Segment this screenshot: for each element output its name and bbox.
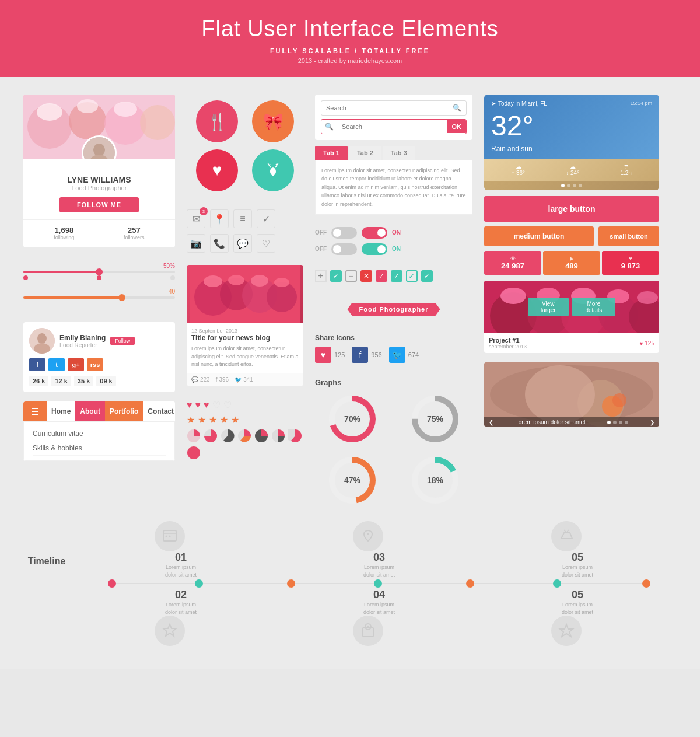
hearts-rating: ♥ ♥ ♥ ♡ ♡ <box>187 400 303 411</box>
weather-stats: ☁↑ 36° ☁↓ 24° ☂1.2h <box>484 159 659 181</box>
medium-button[interactable]: medium button <box>484 226 594 246</box>
checkbox-teal-3[interactable]: ✓ <box>421 270 433 282</box>
graphs-section: Graphs 70% <box>315 375 473 509</box>
share-likes: ♥ 125 <box>315 347 345 363</box>
dropdown-item-skills[interactable]: Skills & hobbies <box>33 441 166 456</box>
timeline-item-5-top: 05 Lorem ipsumdolor sit amet <box>551 521 604 578</box>
follow-button[interactable]: FOLLOW ME <box>60 197 139 212</box>
checkbox-teal[interactable]: ✓ <box>330 270 342 282</box>
tab-1[interactable]: Tab 1 <box>315 146 348 160</box>
checkbox-minus[interactable]: − <box>345 270 357 282</box>
news-image <box>187 265 303 323</box>
video-card: ▶ ❮ Lorem ipsum dolor sit amet ❯ <box>484 362 659 427</box>
timeline-title: Timeline <box>23 556 70 567</box>
mini-profile-card: Emily Blaning Food Reporter Follow f t g… <box>23 322 175 392</box>
heart-icon[interactable]: ♥ <box>196 149 238 191</box>
tl-dot-2 <box>287 579 295 588</box>
search-bar-2[interactable]: 🔍 OK <box>321 119 467 134</box>
profile-cover <box>23 95 175 159</box>
heart-outline-icon[interactable]: ♡ <box>257 234 275 253</box>
share-fb: f 956 <box>352 347 382 363</box>
stars-rating: ★ ★ ★ ★ ★ <box>187 414 303 425</box>
project-likes: ♥ 125 <box>640 340 654 347</box>
video-arrow-left[interactable]: ❮ <box>489 419 494 425</box>
search-section: 🔍 🔍 OK <box>315 95 473 140</box>
weather-high: ☁↑ 36° <box>512 163 525 176</box>
ribbon-section: Food Photographer <box>315 294 473 322</box>
timeline-item-4: 04 Lorem ipsumdolor sit amet <box>353 589 405 646</box>
nav-portfolio-item[interactable]: Portfolio <box>105 401 143 421</box>
timeline-content: 01 Lorem ipsumdolor sit amet 03 Lorem ip… <box>82 521 677 646</box>
toggle-2-on[interactable] <box>362 243 387 255</box>
checkmark-icon[interactable]: ✓ <box>257 209 275 228</box>
page-title: Flat User Interface Elements <box>12 16 688 41</box>
col-1: LYNE WILLIAMS Food Photographer FOLLOW M… <box>23 95 175 509</box>
like-icon[interactable]: ♥ <box>315 347 331 363</box>
camera-icon[interactable]: 📷 <box>187 234 205 253</box>
share-facebook-icon[interactable]: f <box>352 347 368 363</box>
tab-2[interactable]: Tab 2 <box>349 146 382 160</box>
dropdown-item-cv[interactable]: Curriculum vitae <box>33 427 166 441</box>
profile-job-title: Food Photographer <box>23 184 175 191</box>
news-comments: 💬 223 <box>191 376 210 383</box>
search-input-2[interactable] <box>337 120 447 133</box>
view-larger-button[interactable]: View larger <box>528 298 569 316</box>
main-grid: LYNE WILLIAMS Food Photographer FOLLOW M… <box>23 95 677 509</box>
graphs-title: Graphs <box>315 378 473 387</box>
envelope-icon[interactable]: ✉ 3 <box>187 209 205 228</box>
video-arrow-right[interactable]: ❯ <box>650 419 654 425</box>
checkbox-checked[interactable]: ✓ <box>376 270 387 282</box>
donut-75: 75% <box>398 393 473 445</box>
small-button[interactable]: small button <box>598 226 659 246</box>
timeline-icon-4 <box>353 616 383 646</box>
deer-icon[interactable] <box>252 149 294 191</box>
share-twitter-icon[interactable]: 🐦 <box>389 347 405 363</box>
toggle-1-off[interactable] <box>331 227 357 239</box>
tab-bar: Tab 1 Tab 2 Tab 3 <box>315 146 473 160</box>
toggle-1-on[interactable] <box>362 227 387 239</box>
weather-temp: 32° <box>491 110 652 142</box>
search-input-1[interactable] <box>326 104 453 111</box>
search-ok-button[interactable]: OK <box>447 120 467 133</box>
chat-icon[interactable]: 💬 <box>233 234 252 253</box>
nav-about-item[interactable]: About <box>75 401 105 421</box>
twitter-icon[interactable]: t <box>48 358 65 371</box>
phone-icon[interactable]: 📞 <box>210 234 229 253</box>
checkbox-teal-2[interactable]: ✓ <box>391 270 402 282</box>
tabs-section: Tab 1 Tab 2 Tab 3 Lorem ipsum dolor sit … <box>315 146 473 215</box>
google-plus-icon[interactable]: g+ <box>68 358 84 371</box>
svg-point-5 <box>37 103 62 121</box>
checkbox-teal-outline[interactable]: ✓ <box>406 270 418 282</box>
weather-low: ☁↓ 24° <box>566 163 579 176</box>
timeline-top-row: 01 Lorem ipsumdolor sit amet 03 Lorem ip… <box>82 521 677 578</box>
location-icon[interactable]: 📍 <box>210 209 229 228</box>
more-details-button[interactable]: More details <box>572 298 615 316</box>
tab-3[interactable]: Tab 3 <box>383 146 415 160</box>
toggle-row-1: OFF ON <box>315 227 473 239</box>
bow-icon[interactable]: 🎀 <box>252 100 294 142</box>
svg-point-14 <box>271 169 273 170</box>
pie-icons <box>187 429 303 460</box>
timeline-icon-3 <box>353 521 383 551</box>
nav-contact-item[interactable]: Contact <box>143 401 175 421</box>
list-icon[interactable]: ≡ <box>233 209 252 228</box>
search-bar-1[interactable]: 🔍 <box>321 100 467 116</box>
timeline-section: Timeline 01 <box>23 509 677 652</box>
nav-menu-icon[interactable]: ☰ <box>23 401 47 421</box>
timeline-item-2: 02 Lorem ipsumdolor sit amet <box>155 589 207 646</box>
buttons-section: large button medium button small button … <box>484 196 659 275</box>
weather-location: Today in Miami, FL <box>498 100 547 107</box>
weather-rain: ☂1.2h <box>620 163 631 176</box>
fork-knife-icon[interactable]: 🍴 <box>196 100 238 142</box>
svg-point-55 <box>637 291 658 304</box>
mini-follow-button[interactable]: Follow <box>110 337 135 345</box>
toggle-2-off[interactable] <box>331 243 357 255</box>
timeline-bottom-row: 02 Lorem ipsumdolor sit amet 04 Lorem ip… <box>82 589 677 646</box>
facebook-icon[interactable]: f <box>29 358 46 371</box>
news-fb: f 396 <box>216 376 229 383</box>
checkbox-cross[interactable]: ✕ <box>360 270 372 282</box>
large-button[interactable]: large button <box>484 196 659 222</box>
rss-icon[interactable]: rss <box>87 358 103 371</box>
add-icon[interactable]: + <box>315 270 327 282</box>
nav-home-item[interactable]: Home <box>47 401 75 421</box>
